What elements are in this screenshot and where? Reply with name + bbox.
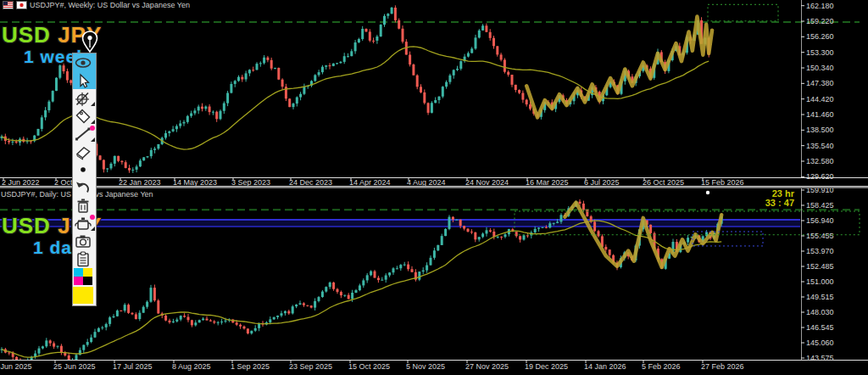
svg-text:14 Apr 2024: 14 Apr 2024 [349, 178, 391, 186]
mt-chart-window: 162.180159.220156.260153.300150.340147.3… [0, 0, 868, 375]
toolbar-label-tag-button[interactable] [73, 107, 96, 125]
candle-countdown-timer: 23 hr 33 : 47 [765, 189, 794, 208]
color-palette-icon [73, 268, 93, 285]
svg-text:4 Aug 2024: 4 Aug 2024 [407, 178, 446, 186]
svg-text:138.500: 138.500 [806, 126, 834, 134]
svg-text:132.580: 132.580 [806, 157, 834, 165]
svg-text:1 Sep 2025: 1 Sep 2025 [231, 362, 270, 371]
toolbar-palette-button[interactable] [73, 267, 96, 285]
svg-text:153.970: 153.970 [806, 247, 834, 255]
svg-text:6 Jul 2025: 6 Jul 2025 [584, 178, 620, 186]
svg-text:8 Aug 2025: 8 Aug 2025 [172, 362, 211, 371]
svg-text:17 Jul 2025: 17 Jul 2025 [113, 362, 153, 371]
svg-text:3 Jun 2025: 3 Jun 2025 [0, 362, 32, 371]
trash-icon [73, 197, 93, 214]
svg-text:5 Nov 2025: 5 Nov 2025 [406, 362, 445, 371]
toolbar-cursor-button[interactable] [73, 71, 96, 89]
cursor-icon [73, 72, 93, 89]
svg-text:27 Nov 2025: 27 Nov 2025 [465, 362, 509, 371]
flyout-expander-icon[interactable] [91, 227, 95, 231]
eraser-icon [73, 143, 93, 160]
svg-text:148.030: 148.030 [806, 308, 834, 316]
svg-text:24 Nov 2024: 24 Nov 2024 [465, 178, 509, 186]
toolbar-camera-button[interactable] [73, 232, 96, 249]
svg-text:24 Dec 2023: 24 Dec 2023 [289, 178, 332, 186]
flyout-expander-icon[interactable] [91, 102, 95, 106]
flyout-expander-icon[interactable] [91, 137, 95, 142]
svg-text:153.300: 153.300 [806, 48, 834, 57]
toolbar-crosshair-off-button[interactable] [73, 89, 96, 107]
svg-text:14 Jan 2026: 14 Jan 2026 [584, 362, 626, 371]
weekly-pane-title: USDJPY#, Weekly: US Dollar vs Japanese Y… [3, 1, 190, 9]
svg-text:3 Sep 2023: 3 Sep 2023 [231, 178, 270, 186]
svg-text:16 Mar 2025: 16 Mar 2025 [526, 178, 569, 186]
svg-text:147.380: 147.380 [806, 79, 834, 87]
svg-text:159.910: 159.910 [806, 188, 834, 194]
camera-icon [73, 232, 93, 249]
svg-text:141.460: 141.460 [806, 110, 834, 119]
new-feature-badge [90, 126, 95, 131]
toolbar-eye-button[interactable] [73, 53, 96, 71]
toolbar-bucket-button[interactable] [73, 214, 96, 232]
undo-icon [73, 179, 93, 196]
weekly-chart-title-text: USDJPY#, Weekly: US Dollar vs Japanese Y… [30, 1, 190, 9]
daily-chart-canvas[interactable]: 159.910158.425156.940155.455153.970152.4… [0, 188, 868, 375]
svg-text:14 May 2023: 14 May 2023 [173, 178, 217, 186]
us-flag-icon [3, 1, 14, 9]
svg-text:26 Oct 2025: 26 Oct 2025 [643, 178, 684, 186]
svg-text:146.545: 146.545 [806, 323, 834, 332]
svg-text:129.620: 129.620 [806, 172, 834, 181]
svg-text:159.220: 159.220 [806, 17, 834, 25]
clipboard-icon [73, 250, 93, 267]
toolbar-undo-button[interactable] [73, 178, 96, 196]
toolbar-clipboard-button[interactable] [73, 249, 96, 267]
svg-text:135.540: 135.540 [806, 142, 834, 150]
drawing-toolbar [72, 53, 97, 306]
svg-text:27 Feb 2026: 27 Feb 2026 [701, 362, 744, 371]
svg-text:156.260: 156.260 [806, 32, 834, 41]
weekly-chart-canvas[interactable]: 162.180159.220156.260153.300150.340147.3… [0, 0, 868, 186]
eye-icon [73, 54, 93, 71]
flyout-expander-icon[interactable] [91, 120, 95, 124]
svg-text:19 Dec 2025: 19 Dec 2025 [525, 362, 568, 371]
toolbar-swatch-yellow-button[interactable] [73, 285, 96, 305]
svg-text:25 Jun 2025: 25 Jun 2025 [53, 362, 96, 371]
svg-text:156.940: 156.940 [806, 216, 834, 225]
svg-text:152.485: 152.485 [806, 262, 834, 271]
pane-splitter[interactable] [0, 186, 868, 188]
svg-text:143.575: 143.575 [806, 354, 834, 362]
svg-text:144.420: 144.420 [806, 95, 834, 104]
daily-base-currency: USD [2, 213, 51, 238]
svg-text:22 Jan 2023: 22 Jan 2023 [119, 178, 161, 186]
countdown-min-sec: 33 : 47 [765, 199, 794, 208]
toolbar-trendline-button[interactable] [73, 125, 96, 143]
active-color-swatch-icon [73, 287, 93, 304]
svg-text:15 Oct 2025: 15 Oct 2025 [348, 362, 390, 371]
weekly-base-currency: USD [2, 22, 51, 48]
svg-text:145.060: 145.060 [806, 339, 834, 347]
new-feature-badge [90, 215, 95, 220]
toolbar-dot-button[interactable] [73, 160, 96, 178]
svg-text:23 Sep 2025: 23 Sep 2025 [289, 362, 332, 371]
dot-icon [73, 161, 93, 178]
svg-text:158.425: 158.425 [806, 201, 834, 210]
svg-text:155.455: 155.455 [806, 232, 834, 240]
jp-flag-icon [16, 1, 27, 9]
svg-text:162.180: 162.180 [806, 2, 834, 10]
toolbar-eraser-button[interactable] [73, 143, 96, 160]
svg-text:151.000: 151.000 [806, 277, 834, 286]
svg-text:5 Feb 2026: 5 Feb 2026 [642, 362, 681, 371]
svg-text:2 Jun 2022: 2 Jun 2022 [2, 178, 40, 186]
svg-text:149.515: 149.515 [806, 293, 834, 301]
svg-text:15 Feb 2026: 15 Feb 2026 [701, 178, 744, 186]
toolbar-trash-button[interactable] [73, 196, 96, 214]
svg-text:150.340: 150.340 [806, 64, 834, 72]
